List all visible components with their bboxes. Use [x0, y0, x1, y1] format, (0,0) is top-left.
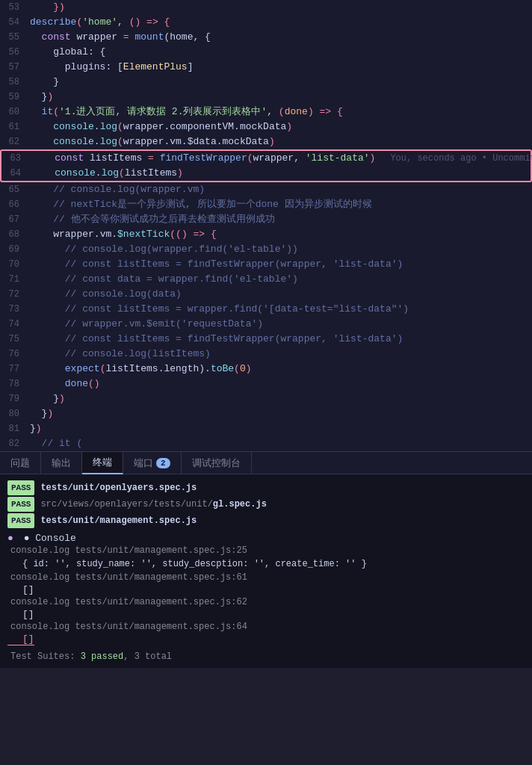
line-number: 64: [1, 166, 28, 181]
pass-badge: PASS: [7, 513, 34, 528]
line-content: // nextTick是一个异步测试, 所以要加一个done 因为异步测试的时候: [27, 197, 532, 212]
line-number: 63: [1, 151, 28, 166]
line-content: }): [27, 391, 532, 406]
code-line-71: 71 // const data = wrapper.find('el-tabl…: [0, 272, 532, 287]
test-file-path: tests/unit/management.spec.js: [40, 514, 197, 527]
console-dot: ●: [7, 533, 13, 544]
console-section-label: ● Console: [24, 533, 76, 544]
tab-debug-label: 调试控制台: [192, 456, 241, 470]
tab-output[interactable]: 输出: [41, 452, 82, 474]
line-content: }): [27, 0, 532, 15]
code-line-78: 78 done(): [0, 377, 532, 391]
pass-badge: PASS: [7, 497, 34, 512]
code-line-59: 59 }): [0, 90, 532, 105]
line-content: }): [27, 90, 532, 105]
line-number: 81: [0, 421, 27, 436]
line-number: 77: [0, 362, 27, 377]
line-number: 76: [0, 347, 27, 362]
line-number: 60: [0, 105, 27, 120]
console-log-output: []: [7, 634, 34, 645]
editor-area: 53 })54describe('home', () => {55 const …: [0, 0, 532, 451]
code-line-61: 61 console.log(wrapper.componentVM.mockD…: [0, 120, 532, 134]
console-log-output: []: [7, 584, 525, 595]
line-content: console.log(listItems): [28, 166, 531, 181]
code-line-65: 65 // console.log(wrapper.vm): [0, 182, 532, 197]
line-content: // const data = wrapper.find('el-table'): [27, 272, 532, 287]
line-number: 74: [0, 317, 27, 332]
line-number: 65: [0, 182, 27, 197]
test-result-item: PASStests/unit/openlyaers.spec.js: [7, 480, 525, 495]
line-content: // const listItems = findTestWrapper(wra…: [27, 257, 532, 272]
line-number: 61: [0, 120, 27, 134]
line-number: 67: [0, 212, 27, 227]
tab-terminal-label: 终端: [93, 456, 112, 469]
tab-terminal[interactable]: 终端: [82, 452, 123, 474]
code-line-64: 64 console.log(listItems): [1, 166, 531, 181]
code-line-75: 75 // const listItems = findTestWrapper(…: [0, 332, 532, 347]
code-line-69: 69 // console.log(wrapper.find('el-table…: [0, 242, 532, 257]
panel-tabs: 问题 输出 终端 端口 2 调试控制台: [0, 452, 532, 474]
code-line-58: 58 }: [0, 75, 532, 90]
console-log-file: console.log tests/unit/management.spec.j…: [7, 571, 525, 584]
tab-debug-console[interactable]: 调试控制台: [182, 452, 252, 474]
code-line-73: 73 // const listItems = wrapper.find('[d…: [0, 302, 532, 317]
test-file-path: tests/unit/openlyaers.spec.js: [40, 481, 197, 495]
console-log-file: console.log tests/unit/management.spec.j…: [7, 620, 525, 634]
pass-badge: PASS: [7, 480, 34, 495]
line-content: expect(listItems.length).toBe(0): [27, 362, 532, 377]
test-suites-text: Test Suites: 3 passed, 3 total: [10, 651, 172, 662]
line-content: const wrapper = mount(home, {: [27, 30, 532, 45]
terminal-content: PASStests/unit/openlyaers.spec.jsPASSsrc…: [0, 474, 532, 668]
line-number: 72: [0, 287, 27, 302]
line-content: // console.log(wrapper.vm): [27, 182, 532, 197]
code-line-67: 67 // 他不会等你测试成功之后再去检查测试用例成功: [0, 212, 532, 227]
code-line-79: 79 }): [0, 391, 532, 406]
line-content: console.log(wrapper.vm.$data.mockData): [27, 134, 532, 149]
tab-problems[interactable]: 问题: [0, 452, 41, 474]
line-number: 66: [0, 197, 27, 212]
line-content: // const listItems = wrapper.find('[data…: [27, 302, 532, 317]
code-line-53: 53 }): [0, 0, 532, 15]
line-content: // wrapper.vm.$emit('requestData'): [27, 317, 532, 332]
code-line-70: 70 // const listItems = findTestWrapper(…: [0, 257, 532, 272]
code-line-55: 55 const wrapper = mount(home, {: [0, 30, 532, 45]
line-content: // console.log(listItems): [27, 347, 532, 362]
test-file-path: src/views/openlayers/tests/unit/gl.spec.…: [40, 498, 266, 511]
line-number: 71: [0, 272, 27, 287]
console-section-header: ● ● Console: [7, 533, 525, 544]
tab-ports-label: 端口: [134, 456, 153, 470]
line-content: wrapper.vm.$nextTick(() => {: [27, 227, 532, 242]
line-number: 56: [0, 45, 27, 60]
line-content: plugins: [ElementPlus]: [27, 60, 532, 75]
test-result-item: PASStests/unit/management.spec.js: [7, 513, 525, 528]
code-line-81: 81}): [0, 421, 532, 436]
console-log-file: console.log tests/unit/management.spec.j…: [7, 595, 525, 609]
line-number: 62: [0, 134, 27, 149]
line-content: const listItems = findTestWrapper(wrappe…: [28, 151, 532, 166]
red-highlight-box: 63 const listItems = findTestWrapper(wra…: [0, 149, 532, 182]
code-line-76: 76 // console.log(listItems): [0, 347, 532, 362]
line-number: 80: [0, 406, 27, 421]
line-number: 68: [0, 227, 27, 242]
line-number: 70: [0, 257, 27, 272]
tab-ports[interactable]: 端口 2: [123, 452, 182, 474]
console-log-file: console.log tests/unit/management.spec.j…: [7, 544, 525, 557]
line-content: // const listItems = findTestWrapper(wra…: [27, 332, 532, 347]
tab-problems-label: 问题: [10, 456, 30, 470]
code-line-77: 77 expect(listItems.length).toBe(0): [0, 362, 532, 377]
line-number: 78: [0, 377, 27, 391]
line-content: global: {: [27, 45, 532, 60]
line-number: 57: [0, 60, 27, 75]
code-line-60: 60 it('1.进入页面, 请求数据 2.列表展示到表格中', (done) …: [0, 105, 532, 120]
line-number: 82: [0, 436, 27, 451]
line-content: it('1.进入页面, 请求数据 2.列表展示到表格中', (done) => …: [27, 105, 532, 120]
code-line-66: 66 // nextTick是一个异步测试, 所以要加一个done 因为异步测试…: [0, 197, 532, 212]
git-blame: You, seconds ago • Uncommitted: [390, 153, 532, 164]
console-logs: console.log tests/unit/management.spec.j…: [7, 544, 525, 645]
line-content: }): [27, 406, 532, 421]
line-content: // console.log(wrapper.find('el-table')): [27, 242, 532, 257]
line-content: // 他不会等你测试成功之后再去检查测试用例成功: [27, 212, 532, 227]
line-content: }): [27, 421, 532, 436]
panel: 问题 输出 终端 端口 2 调试控制台 PASStests/unit/openl…: [0, 451, 532, 668]
line-number: 54: [0, 15, 27, 30]
